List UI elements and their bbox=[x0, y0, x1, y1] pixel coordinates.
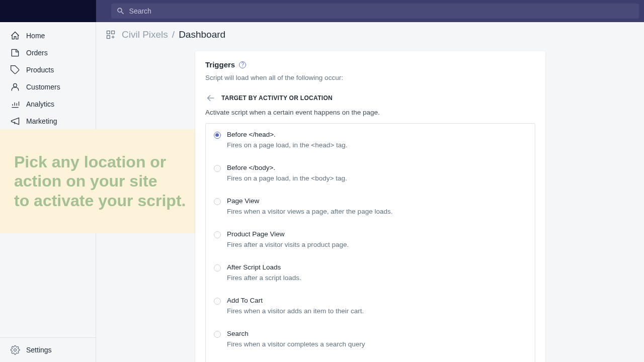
nav-orders[interactable]: Orders bbox=[0, 44, 96, 61]
svg-rect-9 bbox=[107, 36, 110, 39]
marketing-icon bbox=[10, 116, 20, 126]
svg-point-0 bbox=[14, 83, 17, 87]
settings-label: Settings bbox=[26, 346, 52, 354]
option-title: Page View bbox=[227, 197, 527, 205]
home-icon bbox=[10, 31, 20, 41]
nav-home[interactable]: Home bbox=[0, 27, 96, 44]
search-field[interactable] bbox=[111, 4, 639, 19]
section-title: TARGET BY ACTIVITY OR LOCATION bbox=[221, 95, 333, 102]
option-title: Product Page View bbox=[227, 230, 527, 238]
option-desc: Fires when a visitor views a page, after… bbox=[227, 208, 527, 215]
trigger-option[interactable]: Add To CartFires when a visitor adds an … bbox=[206, 290, 535, 323]
breadcrumb-store[interactable]: Civil Pixels bbox=[122, 29, 168, 40]
option-desc: Fires after a visitor visits a product p… bbox=[227, 241, 527, 248]
nav-settings[interactable]: Settings bbox=[0, 337, 96, 362]
analytics-icon bbox=[10, 99, 20, 109]
option-title: Before </head>. bbox=[227, 131, 527, 138]
option-desc: Fires on a page load, in the <body> tag. bbox=[227, 174, 527, 182]
option-title: Add To Cart bbox=[227, 297, 527, 304]
nav-label: Marketing bbox=[26, 117, 57, 125]
search-input[interactable] bbox=[129, 7, 634, 15]
svg-rect-7 bbox=[107, 31, 110, 34]
card-title: Triggers bbox=[205, 60, 235, 69]
nav-marketing[interactable]: Marketing bbox=[0, 113, 96, 130]
radio[interactable] bbox=[214, 231, 221, 238]
breadcrumb-sep: / bbox=[172, 29, 175, 40]
option-desc: Fires when a visitor adds an item to the… bbox=[227, 307, 527, 315]
trigger-option[interactable]: Before </body>.Fires on a page load, in … bbox=[206, 157, 535, 190]
nav-analytics[interactable]: Analytics bbox=[0, 96, 96, 113]
nav-label: Analytics bbox=[26, 100, 54, 108]
option-title: Search bbox=[227, 330, 527, 337]
breadcrumb: Civil Pixels / Dashboard bbox=[97, 22, 644, 47]
nav-label: Customers bbox=[26, 83, 60, 91]
section-desc: Activate script when a certain event hap… bbox=[195, 107, 545, 123]
nav-customers[interactable]: Customers bbox=[0, 78, 96, 96]
trigger-option[interactable]: Page ViewFires when a visitor views a pa… bbox=[206, 190, 535, 223]
nav-products[interactable]: Products bbox=[0, 61, 96, 78]
option-desc: Fires on a page load, in the <head> tag. bbox=[227, 141, 527, 149]
nav-label: Products bbox=[26, 66, 54, 74]
trigger-option[interactable]: After Script LoadsFires after a script l… bbox=[206, 256, 535, 290]
trigger-option[interactable]: Product Page ViewFires after a visitor v… bbox=[206, 223, 535, 256]
apps-icon bbox=[106, 30, 116, 40]
radio[interactable] bbox=[214, 331, 221, 338]
triggers-card: Triggers ? Script will load when all of … bbox=[195, 51, 545, 362]
trigger-option[interactable]: Before </head>.Fires on a page load, in … bbox=[206, 124, 535, 157]
customers-icon bbox=[10, 82, 20, 92]
radio[interactable] bbox=[214, 198, 221, 205]
products-icon bbox=[10, 65, 20, 75]
settings-icon bbox=[10, 345, 20, 355]
trigger-option[interactable]: SearchFires when a visitor completes a s… bbox=[206, 323, 535, 356]
trigger-options: Before </head>.Fires on a page load, in … bbox=[205, 123, 535, 362]
nav-label: Home bbox=[26, 32, 45, 40]
svg-rect-8 bbox=[112, 31, 115, 34]
trigger-option[interactable]: Purchase CompleteFires on the thank you … bbox=[206, 356, 535, 362]
radio[interactable] bbox=[214, 264, 221, 272]
nav-label: Orders bbox=[26, 49, 48, 57]
card-subtitle: Script will load when all of the followi… bbox=[205, 74, 535, 81]
breadcrumb-page: Dashboard bbox=[179, 29, 225, 40]
option-title: Before </body>. bbox=[227, 164, 527, 171]
radio[interactable] bbox=[214, 165, 221, 172]
option-desc: Fires after a script loads. bbox=[227, 274, 527, 282]
radio[interactable] bbox=[214, 132, 221, 139]
logo-area bbox=[0, 0, 96, 22]
svg-point-6 bbox=[14, 349, 17, 351]
back-arrow[interactable] bbox=[205, 93, 216, 104]
option-title: After Script Loads bbox=[227, 263, 527, 271]
option-desc: Fires when a visitor completes a search … bbox=[227, 340, 527, 348]
orders-icon bbox=[10, 48, 20, 58]
radio[interactable] bbox=[214, 298, 221, 305]
help-icon[interactable]: ? bbox=[239, 61, 246, 68]
search-icon bbox=[116, 7, 125, 16]
